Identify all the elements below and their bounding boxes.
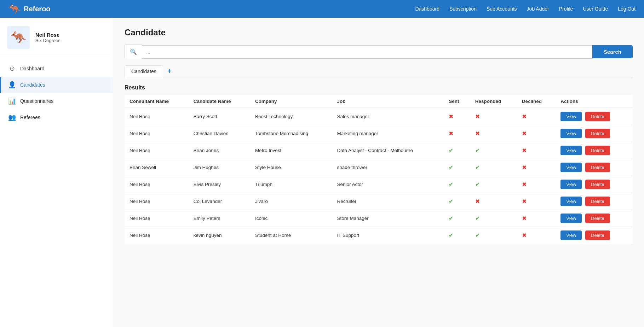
view-button[interactable]: View: [560, 163, 582, 172]
top-nav: 🦘 Referoo Dashboard Subscription Sub Acc…: [0, 0, 644, 18]
table-row: Neil RoseCol LevanderJivaroRecruiter✔✖✖ …: [125, 193, 633, 210]
view-button[interactable]: View: [560, 129, 582, 138]
referees-icon: 👥: [8, 113, 16, 121]
table-row: Neil RoseBarry ScottBoost TechnologySale…: [125, 108, 633, 125]
check-icon: ✔: [475, 181, 480, 187]
col-job: Job: [332, 95, 444, 108]
view-button[interactable]: View: [560, 214, 582, 223]
nav-profile[interactable]: Profile: [559, 6, 573, 12]
nav-job-adder[interactable]: Job Adder: [527, 6, 549, 12]
sidebar-item-candidates[interactable]: 👤 Candidates: [0, 77, 113, 93]
table-row: Neil Rosekevin nguyenStudent at HomeIT S…: [125, 227, 633, 244]
questionnaires-icon: 📊: [8, 97, 16, 105]
cross-icon: ✖: [475, 130, 480, 136]
layout: 🦘 Neil Rose Six Degrees ⊙ Dashboard 👤 Ca…: [0, 18, 644, 327]
cross-icon: ✖: [522, 215, 527, 221]
nav-logout[interactable]: Log Out: [618, 6, 636, 12]
main-content: Candidate 🔍 Search Candidates + Results …: [113, 18, 644, 327]
check-icon: ✔: [449, 147, 453, 153]
search-button[interactable]: Search: [592, 45, 633, 58]
delete-button[interactable]: Delete: [585, 112, 610, 121]
search-bar: 🔍 Search: [125, 45, 633, 59]
nav-dashboard[interactable]: Dashboard: [415, 6, 439, 12]
results-table: Consultant Name Candidate Name Company J…: [125, 95, 633, 244]
page-title: Candidate: [125, 28, 633, 37]
check-icon: ✔: [475, 147, 480, 153]
check-icon: ✔: [449, 181, 453, 187]
delete-button[interactable]: Delete: [585, 197, 610, 206]
col-actions: Actions: [556, 95, 633, 108]
cross-icon: ✖: [522, 147, 527, 153]
delete-button[interactable]: Delete: [585, 180, 610, 189]
delete-button[interactable]: Delete: [585, 163, 610, 172]
top-nav-links: Dashboard Subscription Sub Accounts Job …: [415, 6, 636, 12]
delete-button[interactable]: Delete: [585, 146, 610, 155]
cross-icon: ✖: [522, 164, 527, 170]
sidebar-item-label-referees: Referees: [20, 115, 40, 120]
results-label: Results: [125, 84, 633, 91]
cross-icon: ✖: [449, 130, 453, 136]
sidebar-item-label-candidates: Candidates: [20, 82, 45, 88]
search-icon: 🔍: [125, 45, 142, 59]
search-input[interactable]: [142, 45, 592, 59]
view-button[interactable]: View: [560, 230, 582, 240]
dashboard-icon: ⊙: [8, 65, 16, 72]
cross-icon: ✖: [522, 181, 527, 187]
sidebar: 🦘 Neil Rose Six Degrees ⊙ Dashboard 👤 Ca…: [0, 18, 113, 327]
sidebar-item-dashboard[interactable]: ⊙ Dashboard: [0, 60, 113, 77]
profile-company: Six Degrees: [35, 38, 61, 43]
tab-candidates[interactable]: Candidates: [125, 65, 163, 77]
check-icon: ✔: [475, 164, 480, 170]
check-icon: ✔: [449, 232, 453, 238]
cross-icon: ✖: [522, 113, 527, 119]
view-button[interactable]: View: [560, 146, 582, 155]
table-row: Neil RoseChristian DaviesTombstone Merch…: [125, 125, 633, 142]
cross-icon: ✖: [522, 130, 527, 136]
delete-button[interactable]: Delete: [585, 129, 610, 138]
cross-icon: ✖: [475, 198, 480, 204]
tab-add[interactable]: +: [164, 66, 175, 77]
candidates-icon: 👤: [8, 81, 16, 89]
profile-info: Neil Rose Six Degrees: [35, 32, 61, 43]
sidebar-item-referees[interactable]: 👥 Referees: [0, 109, 113, 125]
table-row: Neil RoseEmily PetersIconicStore Manager…: [125, 210, 633, 227]
nav-user-guide[interactable]: User Guide: [583, 6, 608, 12]
col-company: Company: [250, 95, 332, 108]
col-sent: Sent: [444, 95, 470, 108]
view-button[interactable]: View: [560, 112, 582, 121]
table-row: Neil RoseElvis PresleyTriumphSenior Acto…: [125, 176, 633, 193]
kangaroo-icon: 🦘: [8, 3, 21, 15]
sidebar-item-questionnaires[interactable]: 📊 Questionnaires: [0, 93, 113, 109]
nav-sub-accounts[interactable]: Sub Accounts: [487, 6, 517, 12]
sidebar-nav: ⊙ Dashboard 👤 Candidates 📊 Questionnaire…: [0, 56, 113, 130]
col-consultant: Consultant Name: [125, 95, 189, 108]
avatar: 🦘: [7, 26, 30, 49]
check-icon: ✔: [449, 215, 453, 221]
view-button[interactable]: View: [560, 180, 582, 189]
check-icon: ✔: [475, 232, 480, 238]
check-icon: ✔: [449, 164, 453, 170]
nav-subscription[interactable]: Subscription: [449, 6, 477, 12]
check-icon: ✔: [475, 215, 480, 221]
view-button[interactable]: View: [560, 197, 582, 206]
app-logo: 🦘 Referoo: [8, 3, 51, 15]
tabs: Candidates +: [125, 65, 633, 77]
cross-icon: ✖: [475, 113, 480, 119]
col-responded: Responded: [470, 95, 517, 108]
table-row: Neil RoseBrian JonesMetro InvestData Ana…: [125, 142, 633, 159]
check-icon: ✔: [449, 198, 453, 204]
col-candidate: Candidate Name: [189, 95, 250, 108]
cross-icon: ✖: [449, 113, 453, 119]
cross-icon: ✖: [522, 232, 527, 238]
app-name: Referoo: [24, 5, 51, 13]
cross-icon: ✖: [522, 198, 527, 204]
profile-name: Neil Rose: [35, 32, 61, 38]
sidebar-item-label-questionnaires: Questionnaires: [20, 98, 53, 104]
sidebar-item-label-dashboard: Dashboard: [20, 66, 45, 71]
table-row: Brian SewellJim HughesStyle Houseshade t…: [125, 159, 633, 176]
sidebar-profile: 🦘 Neil Rose Six Degrees: [0, 18, 113, 56]
col-declined: Declined: [517, 95, 556, 108]
delete-button[interactable]: Delete: [585, 214, 610, 223]
delete-button[interactable]: Delete: [585, 230, 610, 240]
